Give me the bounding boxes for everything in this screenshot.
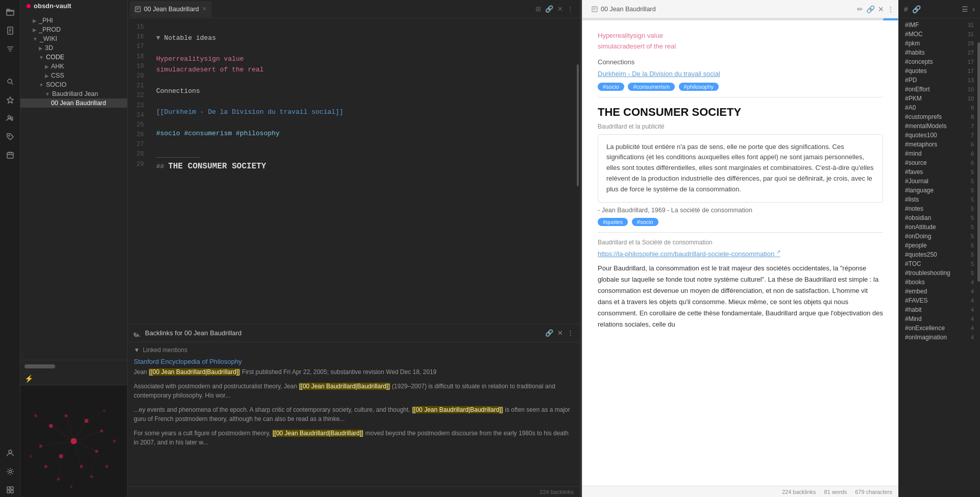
backlink-source[interactable]: Stanford Encyclopedia of Philosophy bbox=[134, 358, 574, 365]
editor-scrollbar[interactable] bbox=[577, 64, 579, 186]
tag-row-notes[interactable]: #notes5 bbox=[899, 204, 980, 213]
arrow-icon: ▼ bbox=[39, 55, 44, 60]
tag-row-ondoing[interactable]: #onDoing5 bbox=[899, 232, 980, 241]
tag-row-mind[interactable]: #mind6 bbox=[899, 149, 980, 158]
preview-external-link[interactable]: https://la-philosophie.com/baudrillard-s… bbox=[598, 250, 780, 258]
tag-row-onimagination[interactable]: #onImagination4 bbox=[899, 333, 980, 342]
link-icon[interactable]: 🔗 bbox=[544, 4, 554, 14]
tag-row-quotes250[interactable]: #quotes2505 bbox=[899, 250, 980, 259]
tab-actions: ⊞ 🔗 ✕ ⋮ bbox=[531, 4, 578, 14]
tag-row-habits[interactable]: #habits27 bbox=[899, 48, 980, 57]
tag-row-books[interactable]: #books4 bbox=[899, 278, 980, 287]
tag-row-pkm2[interactable]: #PKM10 bbox=[899, 94, 980, 103]
tag-row-source[interactable]: #source6 bbox=[899, 158, 980, 167]
preview-blockquote: La publicité tout entière n'a pas de sen… bbox=[598, 134, 883, 203]
tag-sidebar-expand-icon[interactable]: › bbox=[972, 5, 975, 13]
preview-tab[interactable]: 00 Jean Baudrillard bbox=[586, 2, 661, 17]
tag-row-obsidian[interactable]: #obsidian5 bbox=[899, 213, 980, 222]
tree-item-00-jean-baudrillard[interactable]: 00 Jean Baudrillard bbox=[20, 98, 127, 108]
tree-item-prod[interactable]: ▶ _PROD bbox=[20, 25, 127, 34]
collapse-bar[interactable] bbox=[24, 364, 55, 368]
preview-connection-link[interactable]: Durkheim - De la Division du travail soc… bbox=[598, 70, 720, 78]
tag-row-imf[interactable]: #IMF31 bbox=[899, 20, 980, 30]
tag-row-journal[interactable]: #Journal5 bbox=[899, 177, 980, 186]
preview-tag-consumerism[interactable]: #consumerism bbox=[628, 83, 675, 91]
tag-row-embed[interactable]: #embed4 bbox=[899, 287, 980, 296]
tag-row-faves2[interactable]: #FAVES4 bbox=[899, 296, 980, 305]
tag-row-habit[interactable]: #habit4 bbox=[899, 305, 980, 314]
community-icon[interactable] bbox=[3, 111, 17, 126]
tag-row-mentalmodels[interactable]: #mentalModels7 bbox=[899, 121, 980, 131]
tree-item-code[interactable]: ▼ CODE bbox=[20, 53, 127, 62]
calendar-icon[interactable] bbox=[3, 148, 17, 162]
more-options-icon[interactable]: ⋮ bbox=[566, 4, 575, 14]
tree-item-phi[interactable]: ▶ _PHI bbox=[20, 16, 127, 25]
vault-header: obsdn-vault bbox=[20, 0, 127, 12]
preview-tag-philosophy[interactable]: #philosophy bbox=[679, 83, 719, 91]
person-icon[interactable] bbox=[3, 446, 17, 460]
tag-row-concepts[interactable]: #concepts17 bbox=[899, 57, 980, 66]
preview-tag-socio2[interactable]: #socio bbox=[632, 218, 658, 226]
tag-row-faves[interactable]: #faves5 bbox=[899, 167, 980, 177]
new-file-icon[interactable] bbox=[3, 23, 17, 38]
tag-sidebar: # 🔗 ☰ › #IMF31 #MOC31 #pkm29 #habits27 #… bbox=[898, 0, 980, 497]
tree-item-label: AHK bbox=[51, 63, 64, 70]
tree-item-3d[interactable]: ▶ 3D bbox=[20, 43, 127, 53]
preview-more-icon[interactable]: ⋮ bbox=[887, 5, 894, 13]
tag-row-troubleshooting[interactable]: #troubleshooting5 bbox=[899, 268, 980, 278]
tag-row-language[interactable]: #language5 bbox=[899, 186, 980, 195]
backlink-excerpt-4: For some years a cult figure of postmode… bbox=[134, 429, 574, 447]
preview-close-icon[interactable]: ✕ bbox=[878, 5, 884, 13]
folder-open-icon[interactable] bbox=[3, 5, 17, 19]
tag-row-metaphors[interactable]: #metaphors6 bbox=[899, 140, 980, 149]
tree-item-label: _WIKI bbox=[40, 35, 57, 42]
settings-icon[interactable] bbox=[3, 464, 17, 479]
backlinks-more-icon[interactable]: ⋮ bbox=[567, 329, 574, 337]
svg-point-30 bbox=[113, 439, 116, 442]
tree-item-socio[interactable]: ▼ SOCIO bbox=[20, 80, 127, 89]
tree-item-wiki[interactable]: ▼ _WIKI bbox=[20, 34, 127, 43]
preview-content[interactable]: Hyperrealitysign value simulacradesert o… bbox=[582, 20, 898, 486]
link-copy-icon[interactable]: 🔗 bbox=[866, 5, 875, 13]
editor-tab[interactable]: 00 Jean Baudrillard ✕ bbox=[130, 1, 212, 17]
close-icon[interactable]: ✕ bbox=[556, 4, 564, 14]
tag-row-onexcellence[interactable]: #onExcellence4 bbox=[899, 324, 980, 333]
backlinks-close-icon[interactable]: ✕ bbox=[557, 329, 563, 337]
backlinks-link-icon[interactable]: 🔗 bbox=[545, 329, 553, 337]
tag-sidebar-menu-icon[interactable]: ☰ bbox=[962, 5, 968, 13]
editor-text-area[interactable]: ▼ Notable ideas Hyperrealitysign value s… bbox=[148, 18, 580, 324]
close-tab-icon[interactable]: ✕ bbox=[202, 6, 207, 12]
backlink-highlight: [[00 Jean Baudrillard|Baudrillard]] bbox=[149, 368, 240, 376]
tree-item-ahk[interactable]: ▶ AHK bbox=[20, 62, 127, 71]
tag-row-lists[interactable]: #lists5 bbox=[899, 195, 980, 204]
preview-tag-socio[interactable]: #socio bbox=[598, 83, 624, 91]
graph-plugin-icon[interactable]: ⚡ bbox=[24, 375, 33, 383]
sort-icon[interactable] bbox=[3, 42, 17, 56]
tags-icon[interactable] bbox=[3, 130, 17, 144]
star-icon[interactable] bbox=[3, 93, 17, 107]
tree-item-baudrillard-jean[interactable]: ▼ Baudrillard Jean bbox=[20, 89, 127, 98]
tag-row-quotes[interactable]: #quotes17 bbox=[899, 66, 980, 76]
tag-row-a0[interactable]: #A08 bbox=[899, 103, 980, 112]
tag-row-mind2[interactable]: #Mind4 bbox=[899, 314, 980, 324]
tag-row-oneffort[interactable]: #onEffort10 bbox=[899, 85, 980, 94]
tag-row-pkm[interactable]: #pkm29 bbox=[899, 39, 980, 48]
tag-row-toc[interactable]: #TOC5 bbox=[899, 259, 980, 268]
arrow-icon: ▼ bbox=[33, 36, 38, 42]
tree-item-css[interactable]: ▶ CSS bbox=[20, 71, 127, 80]
editor-line bbox=[156, 44, 572, 55]
preview-tag-quotes[interactable]: #quotes bbox=[598, 218, 628, 226]
tag-row-onattitude[interactable]: #onAttitude5 bbox=[899, 222, 980, 232]
tag-row-quotes100[interactable]: #quotes1007 bbox=[899, 131, 980, 140]
tag-row-pd[interactable]: #PD13 bbox=[899, 76, 980, 85]
file-tree: ▶ _PHI ▶ _PROD ▼ _WIKI ▶ 3D ▼ CODE bbox=[20, 12, 127, 360]
search-icon[interactable] bbox=[3, 74, 17, 89]
tag-row-customprefs[interactable]: #customprefs8 bbox=[899, 112, 980, 121]
edit-icon[interactable]: ✏ bbox=[857, 5, 863, 13]
split-icon[interactable]: ⊞ bbox=[534, 4, 542, 14]
editor-line bbox=[156, 139, 572, 150]
tag-row-moc[interactable]: #MOC31 bbox=[899, 30, 980, 39]
tag-row-people[interactable]: #people5 bbox=[899, 241, 980, 250]
tag-list-scrollbar[interactable] bbox=[977, 42, 980, 282]
plugin-icon[interactable] bbox=[3, 483, 17, 497]
